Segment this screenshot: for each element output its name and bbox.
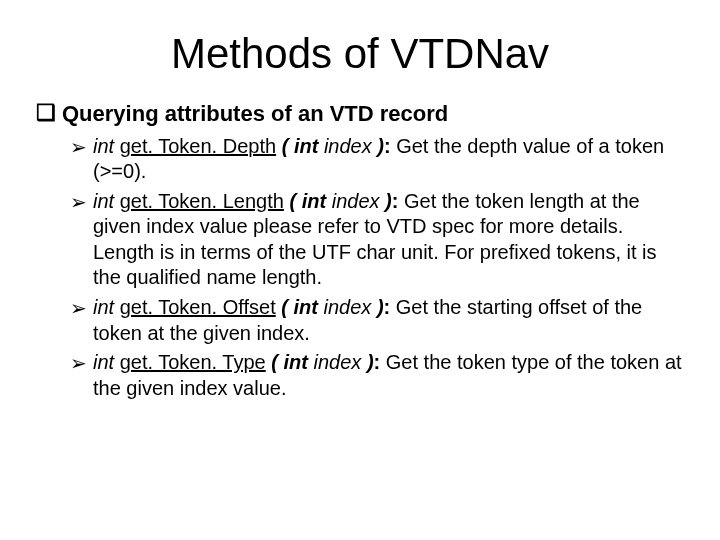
paren-open: ( bbox=[282, 135, 289, 157]
list-item: ➢ int get. Token. Depth ( int index ): G… bbox=[70, 134, 684, 185]
list-item-body: int get. Token. Type ( int index ): Get … bbox=[93, 350, 684, 401]
return-type: int bbox=[93, 296, 114, 318]
colon: : bbox=[392, 190, 399, 212]
list-item: ➢ int get. Token. Offset ( int index ): … bbox=[70, 295, 684, 346]
paren-close: ) bbox=[367, 351, 374, 373]
section-heading: Querying attributes of an VTD record bbox=[62, 100, 448, 128]
paren-close: ) bbox=[385, 190, 392, 212]
arg-name: index bbox=[324, 296, 372, 318]
arg-type: int bbox=[294, 296, 318, 318]
method-name: get. Token. Type bbox=[120, 351, 266, 373]
return-type: int bbox=[93, 351, 114, 373]
arg-name: index bbox=[332, 190, 380, 212]
arg-name: index bbox=[314, 351, 362, 373]
return-type: int bbox=[93, 135, 114, 157]
list-item: ➢ int get. Token. Length ( int index ): … bbox=[70, 189, 684, 291]
method-name: get. Token. Length bbox=[120, 190, 284, 212]
list-item-body: int get. Token. Offset ( int index ): Ge… bbox=[93, 295, 684, 346]
method-name: get. Token. Offset bbox=[120, 296, 276, 318]
list-item-body: int get. Token. Length ( int index ): Ge… bbox=[93, 189, 684, 291]
slide: Methods of VTDNav ❑ Querying attributes … bbox=[0, 0, 720, 540]
paren-close: ) bbox=[377, 135, 384, 157]
section-row: ❑ Querying attributes of an VTD record bbox=[36, 100, 684, 128]
arrow-icon: ➢ bbox=[70, 134, 87, 160]
arrow-icon: ➢ bbox=[70, 189, 87, 215]
method-name: get. Token. Depth bbox=[120, 135, 276, 157]
return-type: int bbox=[93, 190, 114, 212]
paren-open: ( bbox=[281, 296, 288, 318]
colon: : bbox=[384, 135, 391, 157]
arg-type: int bbox=[294, 135, 318, 157]
arrow-icon: ➢ bbox=[70, 350, 87, 376]
list-item: ➢ int get. Token. Type ( int index ): Ge… bbox=[70, 350, 684, 401]
paren-open: ( bbox=[289, 190, 296, 212]
arrow-icon: ➢ bbox=[70, 295, 87, 321]
arg-type: int bbox=[302, 190, 326, 212]
paren-open: ( bbox=[271, 351, 278, 373]
list-item-body: int get. Token. Depth ( int index ): Get… bbox=[93, 134, 684, 185]
paren-close: ) bbox=[377, 296, 384, 318]
slide-title: Methods of VTDNav bbox=[36, 30, 684, 78]
colon: : bbox=[384, 296, 391, 318]
arg-name: index bbox=[324, 135, 372, 157]
section-bullet-icon: ❑ bbox=[36, 100, 56, 126]
colon: : bbox=[374, 351, 381, 373]
arg-type: int bbox=[284, 351, 308, 373]
method-list: ➢ int get. Token. Depth ( int index ): G… bbox=[36, 134, 684, 402]
